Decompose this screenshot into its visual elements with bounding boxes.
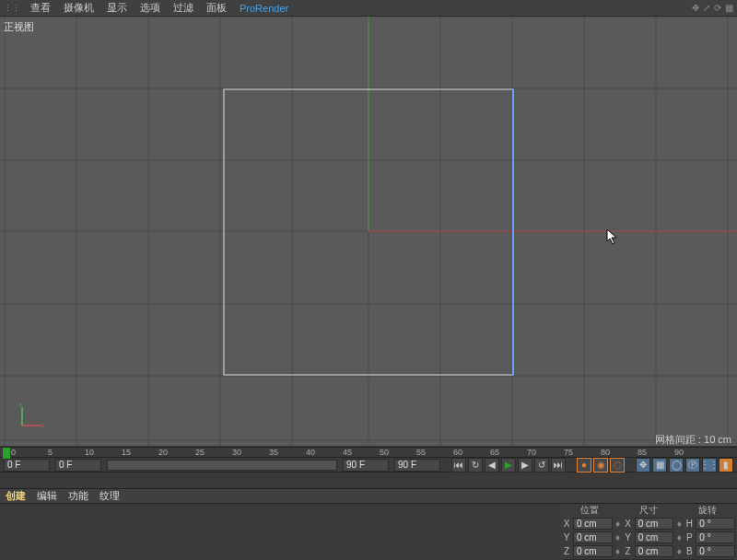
menu-view[interactable]: 查看 [24, 1, 57, 15]
playhead[interactable] [3, 448, 10, 459]
pos-z-field[interactable]: 0 cm [573, 545, 613, 557]
menu-prorender[interactable]: ProRender [233, 3, 295, 14]
header-size: 尺寸 [619, 504, 678, 517]
tick: 15 [122, 448, 131, 457]
nav-zoom-icon[interactable]: ⤢ [703, 3, 710, 13]
viewport-nav-icons: ✥ ⤢ ⟳ ▦ [692, 3, 733, 13]
tick: 35 [269, 448, 278, 457]
range-start-field[interactable]: 0 F [55, 459, 101, 472]
tick: 40 [306, 448, 315, 457]
loop-back-button[interactable]: ↻ [468, 458, 483, 472]
goto-end-button[interactable]: ⏭ [551, 458, 566, 472]
range-end-field[interactable]: 90 F [343, 459, 389, 472]
coord-row-y: Y 0 cm ♦ Y 0 cm ♦ P 0 ° [560, 531, 737, 544]
size-x-field[interactable]: 0 cm [635, 518, 674, 530]
step-fwd-button[interactable]: ▶ [518, 458, 532, 472]
pos-x-field[interactable]: 0 cm [573, 518, 613, 530]
pos-y-field[interactable]: 0 cm [573, 531, 613, 543]
menu-cameras[interactable]: 摄像机 [57, 1, 100, 15]
tick: 45 [343, 448, 352, 457]
tick: 75 [564, 448, 573, 457]
viewport[interactable] [0, 17, 737, 446]
timeline: 0 5 10 15 20 25 30 35 40 45 50 55 60 65 … [0, 447, 737, 472]
tab-create[interactable]: 创建 [6, 489, 26, 503]
tab-edit[interactable]: 编辑 [37, 489, 57, 503]
tick: 80 [601, 448, 610, 457]
tab-texture[interactable]: 纹理 [99, 489, 120, 503]
current-frame-field[interactable]: 0 F [4, 459, 50, 472]
object-manager-toolbar: 创建 编辑 功能 纹理 [0, 488, 737, 504]
grid-spacing-label: 网格间距 : 10 cm [655, 433, 731, 447]
tick: 5 [48, 448, 53, 457]
header-rotation: 旋转 [678, 504, 737, 517]
timeline-ruler[interactable]: 0 5 10 15 20 25 30 35 40 45 50 55 60 65 … [0, 447, 737, 458]
tick: 90 [674, 448, 684, 457]
mode-6-button[interactable]: ▮ [719, 458, 733, 472]
coord-row-z: Z 0 cm ♦ Z 0 cm ♦ B 0 ° [560, 544, 737, 558]
step-back-button[interactable]: ◀ [485, 458, 499, 472]
coordinates-panel: 位置 尺寸 旋转 X 0 cm ♦ X 0 cm ♦ H 0 ° Y 0 cm … [560, 504, 737, 560]
rot-b-field[interactable]: 0 ° [696, 545, 735, 557]
mode-p-button[interactable]: Ⓟ [685, 458, 700, 472]
mode-5-button[interactable]: ⋮⋮ [702, 458, 717, 472]
grip-icon: ⋮⋮ [4, 4, 20, 13]
tick: 55 [416, 448, 426, 457]
tick: 10 [85, 448, 94, 457]
coord-row-x: X 0 cm ♦ X 0 cm ♦ H 0 ° [560, 517, 737, 531]
rot-p-field[interactable]: 0 ° [696, 531, 735, 543]
viewport-label: 正视图 [4, 20, 34, 34]
loop-fwd-button[interactable]: ↺ [534, 458, 549, 472]
mode-3-button[interactable]: ◯ [669, 458, 684, 472]
nav-move-icon[interactable]: ✥ [692, 3, 699, 13]
menu-filter[interactable]: 过滤 [167, 1, 200, 15]
tick: 25 [195, 448, 205, 457]
mode-2-button[interactable]: ▦ [652, 458, 667, 472]
viewport-menubar: ⋮⋮ 查看 摄像机 显示 选项 过滤 面板 ProRender ✥ ⤢ ⟳ ▦ [0, 0, 737, 17]
tick: 20 [158, 448, 168, 457]
header-position: 位置 [560, 504, 619, 517]
record-button[interactable]: ● [577, 458, 591, 472]
timeline-track-row: 0 F 0 F 90 F 90 F ⏮ ↻ ◀ ▶ ▶ ↺ ⏭ ● ◉ ◌ ✥ … [0, 458, 737, 472]
tick: 65 [490, 448, 499, 457]
menu-display[interactable]: 显示 [100, 1, 134, 15]
nav-rotate-icon[interactable]: ⟳ [714, 3, 721, 13]
tick: 60 [453, 448, 462, 457]
track-slot[interactable] [107, 460, 337, 471]
size-z-field[interactable]: 0 cm [635, 545, 674, 557]
tick: 85 [638, 448, 647, 457]
nav-layout-icon[interactable]: ▦ [725, 3, 733, 13]
rot-h-field[interactable]: 0 ° [696, 518, 735, 530]
menu-options[interactable]: 选项 [134, 1, 167, 15]
size-y-field[interactable]: 0 cm [635, 531, 674, 543]
tab-function[interactable]: 功能 [68, 489, 88, 503]
tick: 50 [380, 448, 389, 457]
total-frames-field[interactable]: 90 F [394, 459, 440, 472]
mode-1-button[interactable]: ✥ [636, 458, 650, 472]
tick: 0 [11, 448, 16, 457]
key-options-button[interactable]: ◌ [610, 458, 625, 472]
menu-panel[interactable]: 面板 [200, 1, 233, 15]
tick: 30 [232, 448, 241, 457]
goto-start-button[interactable]: ⏮ [451, 458, 466, 472]
tick: 70 [527, 448, 536, 457]
play-button[interactable]: ▶ [501, 458, 516, 472]
autokey-button[interactable]: ◉ [593, 458, 608, 472]
